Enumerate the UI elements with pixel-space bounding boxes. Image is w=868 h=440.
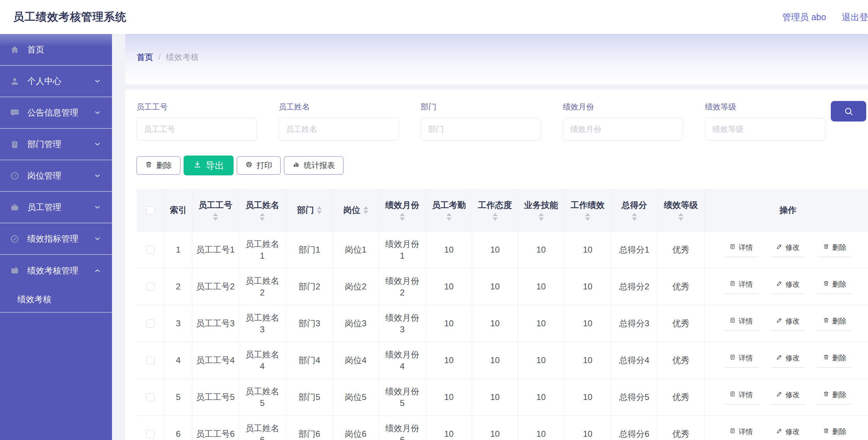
row-detail-button[interactable]: 详情 (724, 243, 758, 257)
row-action-underline (771, 294, 805, 294)
sidebar-item-label: 公告信息管理 (27, 107, 78, 118)
cell-emp_name: 员工姓名3 (239, 305, 286, 342)
row-delete-button[interactable]: 删除 (818, 243, 852, 257)
cell-month: 绩效月份4 (379, 342, 426, 379)
row-edit-button[interactable]: 修改 (771, 280, 805, 294)
row-checkbox[interactable] (146, 393, 155, 401)
sort-caret[interactable] (260, 213, 265, 221)
cell-skill: 10 (518, 416, 564, 440)
chart-icon (292, 161, 300, 170)
row-delete-button[interactable]: 删除 (818, 427, 852, 440)
sidebar-item-employee[interactable]: 员工管理 (0, 192, 112, 223)
row-delete-button[interactable]: 删除 (818, 390, 852, 405)
search-form: 员工工号员工姓名部门绩效月份绩效等级 (136, 102, 868, 141)
sidebar-item-label: 岗位管理 (27, 170, 61, 181)
trash-icon (145, 161, 152, 170)
cell-value: 岗位3 (345, 318, 366, 329)
row-delete-button[interactable]: 删除 (818, 280, 852, 294)
row-detail-button[interactable]: 详情 (724, 353, 758, 368)
cell-value: 10 (444, 428, 454, 440)
search-input-dept[interactable] (421, 118, 541, 141)
row-edit-button[interactable]: 修改 (771, 316, 805, 331)
sort-caret[interactable] (363, 206, 368, 214)
row-checkbox[interactable] (146, 283, 155, 291)
row-edit-button[interactable]: 修改 (771, 243, 805, 257)
sort-caret[interactable] (632, 213, 637, 221)
cell-value: 岗位6 (345, 428, 366, 440)
report-button[interactable]: 统计报表 (284, 156, 343, 175)
row-detail-button[interactable]: 详情 (724, 316, 758, 331)
cell-dept: 部门6 (286, 416, 333, 440)
cell-value: 优秀 (672, 391, 689, 403)
row-detail-button[interactable]: 详情 (724, 427, 758, 440)
sidebar-item-post[interactable]: 岗位管理 (0, 160, 112, 192)
button-label: 统计报表 (304, 160, 335, 171)
row-checkbox[interactable] (146, 320, 155, 328)
cell-value: 员工工号6 (196, 428, 235, 440)
printer-icon (245, 161, 253, 170)
search-input-month[interactable] (563, 118, 683, 141)
sidebar-item-label: 部门管理 (27, 139, 61, 150)
sort-caret[interactable] (447, 213, 452, 221)
search-input-grade[interactable] (705, 118, 825, 141)
column-label: 员工姓名 (245, 199, 279, 211)
delete-button[interactable]: 删除 (136, 156, 180, 175)
sort-caret[interactable] (317, 206, 322, 214)
row-edit-button[interactable]: 修改 (771, 353, 805, 368)
sidebar-item-department[interactable]: 部门管理 (0, 129, 112, 160)
row-detail-button[interactable]: 详情 (724, 280, 758, 294)
cell-value: 部门3 (298, 318, 320, 329)
sort-caret[interactable] (213, 213, 218, 221)
row-detail-button[interactable]: 详情 (724, 390, 758, 405)
cell-skill: 10 (518, 305, 564, 342)
export-button[interactable]: 导出 (184, 156, 234, 175)
column-header-emp_no: 员工工号 (192, 189, 239, 231)
breadcrumb-item-home[interactable]: 首页 (137, 52, 153, 63)
cell-value: 优秀 (672, 318, 689, 329)
cell-attitude: 10 (472, 379, 518, 416)
search-button[interactable] (831, 101, 866, 122)
sidebar-subitem-assessment-list[interactable]: 绩效考核 (0, 286, 112, 312)
search-input-emp_name[interactable] (279, 118, 399, 141)
app-body: 首页个人中心公告信息管理部门管理岗位管理员工管理绩效指标管理绩效考核管理绩效考核… (0, 34, 868, 440)
cell-emp_name: 员工姓名1 (239, 232, 286, 268)
sidebar-item-assessment[interactable]: 绩效考核管理 (0, 255, 112, 286)
edit-icon (776, 317, 783, 325)
row-edit-button[interactable]: 修改 (771, 390, 805, 405)
cell-grade: 优秀 (657, 305, 705, 342)
admin-user-link[interactable]: 管理员 abo (782, 11, 826, 23)
sort-caret[interactable] (585, 213, 590, 221)
row-action-content: 详情 (729, 243, 753, 252)
sidebar-item-personal[interactable]: 个人中心 (0, 66, 112, 97)
sort-caret[interactable] (539, 213, 544, 221)
sort-descending-icon (585, 218, 590, 221)
row-delete-button[interactable]: 删除 (818, 316, 852, 331)
row-checkbox[interactable] (146, 430, 155, 438)
cell-grade: 优秀 (657, 379, 705, 416)
row-action-content: 修改 (776, 353, 800, 363)
sidebar-item-notice[interactable]: 公告信息管理 (0, 97, 112, 129)
row-edit-button[interactable]: 修改 (771, 427, 805, 440)
sort-caret[interactable] (493, 213, 498, 221)
gauge-icon (10, 234, 19, 244)
column-label: 索引 (170, 204, 187, 216)
sort-ascending-icon (539, 213, 544, 216)
cell-value: 10 (444, 281, 454, 292)
cell-value: 10 (536, 428, 546, 440)
select-all-checkbox[interactable] (146, 206, 155, 214)
logout-link[interactable]: 退出登录 (842, 11, 868, 23)
sort-caret[interactable] (678, 213, 683, 221)
search-input-emp_no[interactable] (136, 118, 257, 141)
row-checkbox[interactable] (146, 356, 155, 365)
cell-value: 员工姓名1 (245, 238, 280, 261)
clipboard-icon (10, 140, 19, 149)
sort-caret[interactable] (400, 213, 405, 221)
row-checkbox[interactable] (146, 246, 155, 254)
sidebar-item-home[interactable]: 首页 (0, 34, 112, 66)
sidebar-item-indicator[interactable]: 绩效指标管理 (0, 223, 112, 255)
data-table: 索引员工工号员工姓名部门岗位绩效月份员工考勤工作态度业务技能工作绩效总得分绩效等… (136, 189, 868, 440)
cell-emp_no: 员工工号2 (192, 269, 239, 305)
document-icon (729, 243, 736, 252)
row-delete-button[interactable]: 删除 (818, 353, 852, 368)
print-button[interactable]: 打印 (237, 156, 281, 175)
